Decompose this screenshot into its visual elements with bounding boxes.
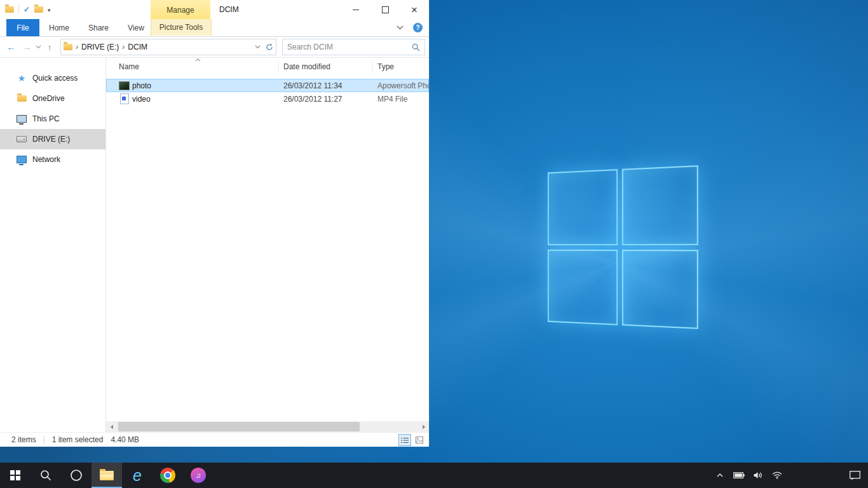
search-icon [40,470,51,481]
this-pc-icon [17,114,27,124]
windows-logo-pane [548,169,618,245]
back-button[interactable]: ← [4,43,18,51]
scroll-left-arrow-icon[interactable] [106,421,117,432]
navigation-pane: Quick access OneDrive This PC DRIVE (E:)… [0,58,106,432]
details-view-button[interactable] [398,434,411,446]
start-button[interactable] [0,463,31,488]
breadcrumb-separator-icon [119,43,128,51]
tab-view[interactable]: View [118,19,154,36]
manage-contextual-group[interactable]: Manage [151,0,210,20]
sidebar-item-this-pc[interactable]: This PC [0,109,105,129]
taskbar-itunes-button[interactable] [183,463,214,488]
system-tray [714,463,783,488]
star-icon [17,73,27,83]
address-bar[interactable]: DRIVE (E:) DCIM [60,39,276,55]
taskbar-internet-explorer-button[interactable] [122,463,153,488]
cortana-button[interactable] [61,463,92,488]
customize-quick-access-chevron-icon[interactable] [48,5,51,14]
sidebar-item-onedrive[interactable]: OneDrive [0,88,105,109]
tab-home[interactable]: Home [39,19,79,36]
file-row-photo[interactable]: photo 26/03/2012 11:34 Apowersoft Pho [106,79,429,92]
internet-explorer-icon [133,468,142,484]
taskbar-file-explorer-button[interactable] [92,463,122,488]
view-buttons [398,434,426,446]
new-folder-icon[interactable] [34,6,43,13]
windows-logo-pane [548,249,618,325]
quick-access-toolbar [5,0,51,19]
show-hidden-icons-chevron-icon[interactable] [714,470,726,481]
tab-share[interactable]: Share [79,19,118,36]
scrollbar-thumb[interactable] [118,422,360,431]
title-bar[interactable]: Manage DCIM [0,0,429,19]
search-icon[interactable] [412,43,424,51]
chrome-icon [160,468,175,483]
breadcrumb-drive[interactable]: DRIVE (E:) [81,43,119,51]
recent-locations-chevron-icon[interactable] [36,45,41,49]
column-header-date-modified[interactable]: Date modified [283,62,377,71]
minimize-button[interactable] [341,0,370,19]
address-dropdown-chevron-icon[interactable] [255,45,261,49]
sidebar-item-label: DRIVE (E:) [32,135,70,144]
column-header-name[interactable]: Name [106,62,283,71]
close-icon [411,4,417,15]
minimize-icon [353,10,359,10]
forward-button[interactable]: → [20,43,34,51]
search-input[interactable] [283,43,412,51]
column-divider[interactable] [278,60,279,72]
file-date-modified: 26/03/2012 11:27 [283,95,377,104]
close-button[interactable] [400,0,429,19]
cortana-icon [70,469,83,482]
maximize-button[interactable] [370,0,400,19]
video-file-icon [119,94,130,104]
file-explorer-icon [100,471,114,480]
selection-size: 4.40 MB [111,435,139,444]
file-date-modified: 26/03/2012 11:34 [283,81,377,90]
window-controls [341,0,429,19]
taskbar-chrome-button[interactable] [153,463,183,488]
sidebar-item-label: Network [32,155,60,164]
ribbon-right-controls: ? [397,19,423,36]
explorer-body: Quick access OneDrive This PC DRIVE (E:)… [0,58,429,432]
taskbar [0,463,868,488]
windows-logo-wallpaper [548,165,698,329]
sidebar-item-quick-access[interactable]: Quick access [0,68,105,88]
ribbon-tab-row: File Home Share View Picture Tools ? [0,19,429,37]
tab-file[interactable]: File [6,19,39,36]
breadcrumb-dcim[interactable]: DCIM [128,43,147,51]
breadcrumb-separator-icon [72,43,81,51]
tab-picture-tools[interactable]: Picture Tools [151,19,212,36]
window-folder-icon [5,6,14,13]
column-divider[interactable] [372,60,373,72]
location-folder-icon [64,44,72,50]
sidebar-item-network[interactable]: Network [0,149,105,170]
network-wifi-icon[interactable] [771,470,783,481]
file-type: Apowersoft Pho [377,81,429,90]
column-header-type[interactable]: Type [377,62,429,71]
itunes-icon [191,468,206,483]
up-button[interactable]: ↑ [43,43,57,51]
photo-file-icon [119,81,130,91]
battery-icon[interactable] [733,470,745,481]
file-explorer-window: Manage DCIM File Home Share View Picture… [0,0,430,446]
sidebar-item-drive-e[interactable]: DRIVE (E:) [0,129,105,149]
action-center-button[interactable] [850,463,860,488]
help-button[interactable]: ? [413,23,423,32]
window-title: DCIM [219,0,239,19]
status-bar: 2 items 1 item selected 4.40 MB [0,432,429,447]
horizontal-scrollbar[interactable] [106,421,429,432]
large-icons-view-button[interactable] [413,434,426,446]
column-headers: Name Date modified Type [106,58,429,76]
windows-start-icon [10,470,20,480]
refresh-icon[interactable] [266,43,273,51]
drive-icon [17,134,27,144]
volume-icon[interactable] [752,470,764,481]
scroll-right-arrow-icon[interactable] [418,421,429,432]
search-box[interactable] [282,39,425,55]
sidebar-item-label: Quick access [32,74,78,83]
properties-icon[interactable] [24,5,30,14]
file-row-video[interactable]: video 26/03/2012 11:27 MP4 File [106,92,429,105]
items-count: 2 items [11,435,36,444]
network-icon [17,154,27,165]
taskbar-search-button[interactable] [31,463,61,488]
expand-ribbon-chevron-icon[interactable] [397,25,403,30]
